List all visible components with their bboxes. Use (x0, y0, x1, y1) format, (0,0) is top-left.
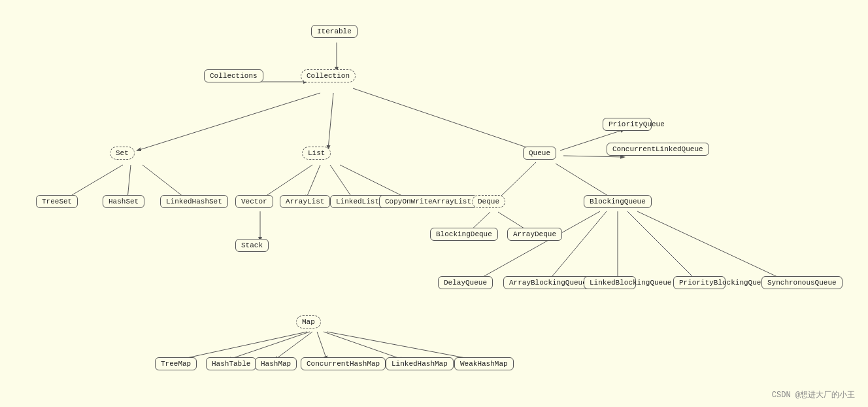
svg-line-6 (127, 165, 131, 199)
svg-line-23 (637, 211, 784, 280)
svg-line-5 (65, 165, 123, 199)
svg-line-11 (340, 165, 409, 199)
node-blockingdeque: BlockingDeque (430, 228, 498, 241)
svg-line-20 (549, 211, 607, 280)
svg-line-19 (477, 211, 600, 280)
node-set: Set (110, 147, 135, 160)
node-priorityqueue: PriorityQueue (603, 118, 652, 131)
node-synchronousqueue: SynchronousQueue (761, 276, 843, 289)
node-vector: Vector (235, 195, 273, 208)
node-hashtable: HashTable (206, 357, 256, 370)
svg-line-28 (324, 332, 404, 360)
node-blockingqueue: BlockingQueue (584, 195, 652, 208)
node-arraydeque: ArrayDeque (507, 228, 562, 241)
svg-line-26 (275, 332, 312, 360)
node-linkedblockingqueue: LinkedBlockingQueue (584, 276, 636, 289)
node-treeset: TreeSet (36, 195, 78, 208)
node-hashmap: HashMap (255, 357, 297, 370)
node-hashset: HashSet (103, 195, 144, 208)
svg-line-4 (353, 88, 536, 150)
node-priorityblockingqueue: PriorityBlockingQueue (673, 276, 726, 289)
node-linkedhashset: LinkedHashSet (160, 195, 228, 208)
node-queue: Queue (523, 147, 556, 160)
svg-line-16 (556, 164, 613, 199)
node-delayqueue: DelayQueue (438, 276, 493, 289)
svg-line-22 (627, 211, 696, 280)
node-concurrenthashmap: ConcurrentHashMap (301, 357, 386, 370)
watermark: CSDN @想进大厂的小王 (772, 389, 855, 400)
node-treemap: TreeMap (155, 357, 197, 370)
node-list: List (302, 147, 331, 160)
node-linkedhashmap: LinkedHashMap (386, 357, 454, 370)
node-arraylist: ArrayList (280, 195, 330, 208)
svg-line-25 (227, 332, 310, 360)
node-linkedlist: LinkedList (330, 195, 385, 208)
svg-line-7 (142, 165, 186, 199)
svg-line-14 (563, 156, 624, 157)
node-collection: Collection (301, 69, 356, 82)
node-map: Map (296, 315, 321, 328)
node-deque: Deque (472, 195, 505, 208)
svg-line-8 (261, 165, 312, 199)
svg-line-24 (178, 332, 307, 360)
node-collections: Collections (204, 69, 263, 82)
node-arrayblockingqueue: ArrayBlockingQueue (503, 276, 593, 289)
node-iterable: Iterable (311, 25, 358, 38)
node-concurrentlinkedqueue: ConcurrentLinkedQueue (607, 143, 709, 156)
svg-line-2 (137, 93, 320, 150)
node-stack: Stack (235, 239, 269, 252)
svg-line-3 (328, 93, 333, 149)
svg-line-27 (317, 332, 327, 360)
svg-line-9 (306, 165, 320, 199)
node-weakhashmap: WeakHashMap (454, 357, 514, 370)
node-copyonwritearraylist: CopyOnWriteArrayList (379, 195, 477, 208)
svg-line-15 (498, 162, 536, 199)
svg-line-29 (327, 332, 476, 360)
